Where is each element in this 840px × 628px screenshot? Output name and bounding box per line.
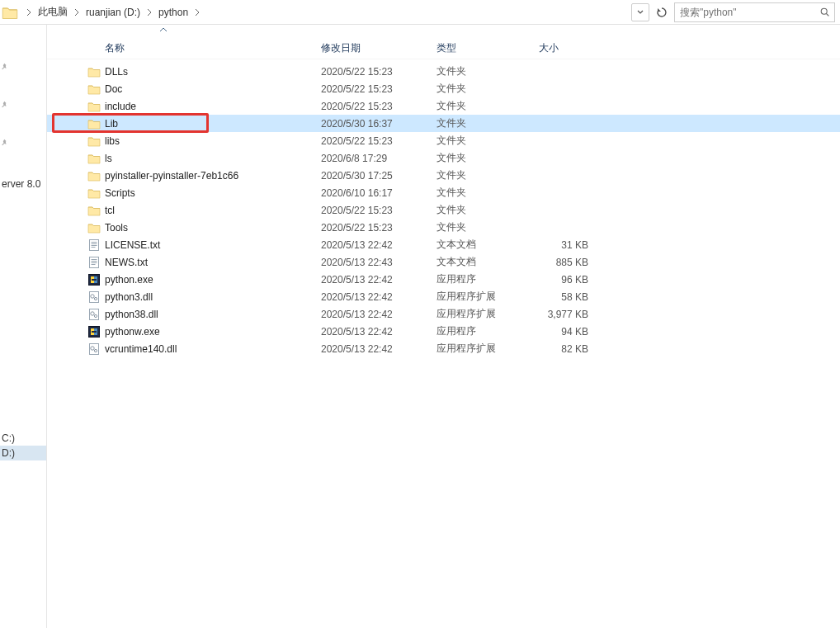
breadcrumb[interactable]: 此电脑 ruanjian (D:) python	[18, 1, 629, 24]
file-icon	[47, 152, 105, 165]
file-row[interactable]: DLLs2020/5/22 15:23文件夹	[47, 63, 840, 80]
file-type: 应用程序	[437, 324, 539, 338]
chevron-right-icon[interactable]	[21, 7, 36, 17]
file-row[interactable]: include2020/5/22 15:23文件夹	[47, 97, 840, 115]
file-row[interactable]: ls2020/6/8 17:29文件夹	[47, 149, 840, 167]
search-input[interactable]	[675, 3, 834, 21]
file-icon	[47, 290, 105, 304]
address-toolbar: 此电脑 ruanjian (D:) python	[0, 0, 840, 25]
pin-icon	[0, 139, 33, 149]
file-name: Lib	[105, 118, 321, 130]
file-type: 应用程序扩展	[437, 290, 539, 304]
search-icon[interactable]	[819, 7, 831, 18]
file-type: 应用程序	[437, 272, 539, 286]
file-date: 2020/5/22 15:23	[321, 101, 437, 112]
file-row[interactable]: libs2020/5/22 15:23文件夹	[47, 132, 840, 149]
sidebar-item-server[interactable]: erver 8.0	[0, 177, 46, 191]
file-icon	[47, 308, 105, 321]
file-row[interactable]: Tools2020/5/22 15:23文件夹	[47, 219, 840, 236]
pin-icon	[0, 101, 33, 111]
file-date: 2020/5/22 15:23	[321, 222, 437, 234]
file-date: 2020/5/13 22:42	[321, 274, 437, 286]
file-name: include	[105, 101, 321, 112]
file-name: libs	[105, 135, 321, 147]
file-date: 2020/5/13 22:42	[321, 326, 437, 338]
file-row[interactable]: vcruntime140.dll2020/5/13 22:42应用程序扩展82 …	[47, 340, 840, 357]
file-icon	[47, 204, 105, 217]
file-date: 2020/5/30 17:25	[321, 170, 437, 182]
file-name: Doc	[105, 83, 321, 95]
column-headers: 名称 修改日期 类型 大小	[47, 25, 840, 59]
file-icon	[47, 83, 105, 96]
sidebar-item-drive-d[interactable]: D:)	[0, 446, 46, 460]
file-name: tcl	[105, 205, 321, 216]
file-row[interactable]: Scripts2020/6/10 16:17文件夹	[47, 184, 840, 201]
search-box[interactable]	[674, 2, 835, 22]
file-name: pythonw.exe	[105, 326, 321, 338]
column-header-name[interactable]: 名称	[105, 41, 321, 55]
file-type: 文件夹	[437, 99, 539, 113]
file-date: 2020/5/13 22:42	[321, 343, 437, 355]
file-row[interactable]: pythonw.exe2020/5/13 22:42应用程序94 KB	[47, 323, 840, 340]
file-name: pyinstaller-pyinstaller-7eb1c66	[105, 170, 321, 182]
file-row[interactable]: LICENSE.txt2020/5/13 22:42文本文档31 KB	[47, 236, 840, 253]
file-type: 文本文档	[437, 238, 539, 252]
file-name: python38.dll	[105, 309, 321, 320]
file-date: 2020/5/13 22:42	[321, 309, 437, 320]
chevron-right-icon[interactable]	[142, 7, 157, 17]
file-size: 3,977 KB	[539, 309, 593, 320]
file-icon	[47, 65, 105, 78]
file-name: LICENSE.txt	[105, 239, 321, 251]
column-header-size[interactable]: 大小	[539, 41, 593, 55]
file-date: 2020/5/22 15:23	[321, 66, 437, 78]
file-type: 文件夹	[437, 151, 539, 165]
file-date: 2020/5/22 15:23	[321, 83, 437, 95]
address-dropdown-button[interactable]	[631, 3, 649, 21]
sidebar-item-drive-c[interactable]: C:)	[0, 431, 46, 446]
file-icon	[47, 238, 105, 252]
file-name: python.exe	[105, 274, 321, 286]
file-date: 2020/5/22 15:23	[321, 135, 437, 147]
file-row[interactable]: Lib2020/5/30 16:37文件夹	[47, 115, 840, 132]
file-size: 31 KB	[539, 239, 593, 251]
file-list-pane: 名称 修改日期 类型 大小 DLLs2020/5/22 15:23文件夹Doc2…	[47, 25, 840, 628]
file-type: 文件夹	[437, 203, 539, 217]
file-row[interactable]: NEWS.txt2020/5/13 22:43文本文档885 KB	[47, 253, 840, 271]
file-row[interactable]: pyinstaller-pyinstaller-7eb1c662020/5/30…	[47, 167, 840, 184]
file-type: 应用程序扩展	[437, 342, 539, 356]
file-size: 94 KB	[539, 326, 593, 338]
file-name: vcruntime140.dll	[105, 343, 321, 355]
file-size: 885 KB	[539, 257, 593, 268]
file-date: 2020/5/13 22:43	[321, 257, 437, 268]
chevron-right-icon[interactable]	[69, 7, 84, 17]
file-name: Tools	[105, 222, 321, 234]
file-type: 文件夹	[437, 220, 539, 234]
sort-ascending-icon	[158, 26, 168, 33]
file-type: 文本文档	[437, 255, 539, 269]
breadcrumb-item-folder[interactable]: python	[157, 7, 190, 18]
file-name: Scripts	[105, 187, 321, 199]
breadcrumb-item-pc[interactable]: 此电脑	[36, 5, 69, 19]
column-header-type[interactable]: 类型	[437, 41, 539, 55]
file-row[interactable]: tcl2020/5/22 15:23文件夹	[47, 201, 840, 219]
file-name: NEWS.txt	[105, 257, 321, 268]
file-type: 文件夹	[437, 168, 539, 182]
file-row[interactable]: python3.dll2020/5/13 22:42应用程序扩展58 KB	[47, 288, 840, 305]
chevron-right-icon[interactable]	[190, 7, 205, 17]
file-date: 2020/6/10 16:17	[321, 187, 437, 199]
breadcrumb-item-drive[interactable]: ruanjian (D:)	[84, 7, 142, 18]
file-row[interactable]: python.exe2020/5/13 22:42应用程序96 KB	[47, 271, 840, 288]
file-date: 2020/5/13 22:42	[321, 291, 437, 303]
file-row[interactable]: python38.dll2020/5/13 22:42应用程序扩展3,977 K…	[47, 305, 840, 323]
file-row[interactable]: Doc2020/5/22 15:23文件夹	[47, 80, 840, 97]
file-name: python3.dll	[105, 291, 321, 303]
refresh-button[interactable]	[653, 3, 671, 21]
column-header-date[interactable]: 修改日期	[321, 41, 437, 55]
folder-icon	[2, 4, 18, 21]
file-type: 应用程序扩展	[437, 307, 539, 321]
file-icon	[47, 169, 105, 182]
nav-sidebar: erver 8.0 C:) D:)	[0, 25, 47, 628]
file-date: 2020/5/13 22:42	[321, 239, 437, 251]
file-size: 96 KB	[539, 274, 593, 286]
file-icon	[47, 187, 105, 200]
